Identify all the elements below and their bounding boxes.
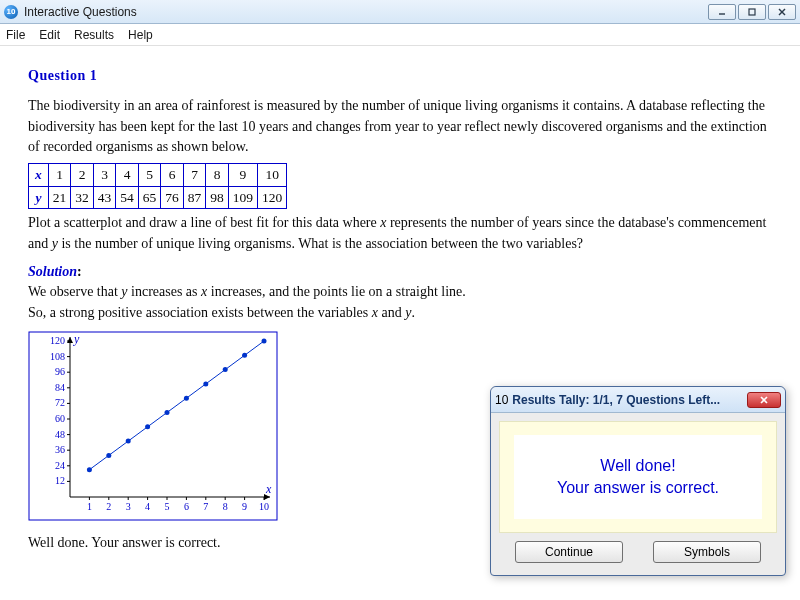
svg-point-58 (203, 381, 208, 386)
svg-text:6: 6 (184, 501, 189, 512)
text: and (378, 305, 405, 320)
continue-button[interactable]: Continue (515, 541, 623, 563)
svg-point-56 (165, 410, 170, 415)
menu-edit[interactable]: Edit (39, 28, 70, 42)
prompt-text: is the number of unique living organisms… (58, 236, 583, 251)
table-row: y 21 32 43 54 65 76 87 98 109 120 (29, 186, 287, 209)
svg-text:x: x (265, 482, 272, 496)
results-popup: 10 Results Tally: 1/1, 7 Questions Left.… (490, 386, 786, 576)
text: increases, and the points lie on a strai… (207, 284, 466, 299)
svg-text:36: 36 (55, 444, 65, 455)
svg-text:120: 120 (50, 335, 65, 346)
svg-marker-8 (67, 337, 73, 343)
symbols-button[interactable]: Symbols (653, 541, 761, 563)
svg-text:3: 3 (126, 501, 131, 512)
popup-body: Well done! Your answer is correct. (499, 421, 777, 533)
question-prompt: Plot a scatterplot and draw a line of be… (28, 213, 772, 254)
cell: 6 (161, 164, 184, 187)
cell: 87 (183, 186, 206, 209)
question-body: The biodiversity in an area of rainfores… (28, 96, 772, 157)
popup-close-button[interactable] (747, 392, 781, 408)
cell: 120 (258, 186, 287, 209)
svg-text:7: 7 (203, 501, 208, 512)
svg-point-53 (106, 453, 111, 458)
question-title: Question 1 (28, 66, 772, 86)
cell: 9 (228, 164, 257, 187)
data-table: x 1 2 3 4 5 6 7 8 9 10 y 21 32 43 54 65 … (28, 163, 287, 209)
svg-text:4: 4 (145, 501, 150, 512)
cell: 4 (116, 164, 139, 187)
row-label: x (29, 164, 49, 187)
svg-text:9: 9 (242, 501, 247, 512)
svg-text:y: y (73, 332, 80, 346)
svg-point-60 (242, 353, 247, 358)
popup-msg-line2: Your answer is correct. (557, 479, 719, 496)
cell: 65 (138, 186, 161, 209)
minimize-button[interactable] (708, 4, 736, 20)
svg-line-51 (89, 341, 264, 470)
popup-msg-line1: Well done! (600, 457, 675, 474)
svg-text:96: 96 (55, 366, 65, 377)
text: So, a strong positive association exists… (28, 305, 372, 320)
table-row: x 1 2 3 4 5 6 7 8 9 10 (29, 164, 287, 187)
svg-point-54 (126, 438, 131, 443)
svg-rect-1 (749, 9, 755, 15)
solution-label: Solution (28, 264, 77, 279)
cell: 109 (228, 186, 257, 209)
svg-text:48: 48 (55, 428, 65, 439)
popup-titlebar: 10 Results Tally: 1/1, 7 Questions Left.… (491, 387, 785, 413)
cell: 98 (206, 186, 229, 209)
menubar: File Edit Results Help (0, 24, 800, 46)
cell: 76 (161, 186, 184, 209)
svg-text:108: 108 (50, 350, 65, 361)
cell: 32 (71, 186, 94, 209)
menu-results[interactable]: Results (74, 28, 124, 42)
window-controls (708, 4, 796, 20)
cell: 7 (183, 164, 206, 187)
svg-point-52 (87, 467, 92, 472)
menu-help[interactable]: Help (128, 28, 163, 42)
text: increases as (128, 284, 201, 299)
cell: 54 (116, 186, 139, 209)
svg-text:10: 10 (259, 501, 269, 512)
popup-title: Results Tally: 1/1, 7 Questions Left... (512, 393, 747, 407)
svg-text:84: 84 (55, 382, 65, 393)
popup-icon: 10 (495, 393, 508, 407)
svg-text:8: 8 (223, 501, 228, 512)
svg-text:24: 24 (55, 460, 65, 471)
popup-inner: Well done! Your answer is correct. (514, 435, 762, 519)
row-label: y (29, 186, 49, 209)
menu-file[interactable]: File (6, 28, 35, 42)
svg-text:72: 72 (55, 397, 65, 408)
svg-text:12: 12 (55, 475, 65, 486)
cell: 43 (93, 186, 116, 209)
titlebar: 10 Interactive Questions (0, 0, 800, 24)
prompt-text: Plot a scatterplot and draw a line of be… (28, 215, 380, 230)
svg-point-57 (184, 395, 189, 400)
popup-buttons: Continue Symbols (491, 541, 785, 571)
text: . (411, 305, 415, 320)
window-title: Interactive Questions (24, 5, 708, 19)
cell: 2 (71, 164, 94, 187)
svg-point-59 (223, 367, 228, 372)
cell: 10 (258, 164, 287, 187)
app-icon: 10 (4, 5, 18, 19)
svg-text:5: 5 (165, 501, 170, 512)
solution-line: So, a strong positive association exists… (28, 303, 772, 323)
cell: 8 (206, 164, 229, 187)
solution-colon: : (77, 264, 82, 279)
svg-text:60: 60 (55, 413, 65, 424)
cell: 3 (93, 164, 116, 187)
cell: 5 (138, 164, 161, 187)
close-button[interactable] (768, 4, 796, 20)
maximize-button[interactable] (738, 4, 766, 20)
cell: 21 (48, 186, 71, 209)
svg-point-55 (145, 424, 150, 429)
popup-message: Well done! Your answer is correct. (557, 455, 719, 498)
cell: 1 (48, 164, 71, 187)
solution-line: We observe that y increases as x increas… (28, 282, 772, 302)
text: We observe that (28, 284, 121, 299)
svg-text:1: 1 (87, 501, 92, 512)
svg-text:2: 2 (106, 501, 111, 512)
svg-rect-4 (29, 332, 277, 520)
